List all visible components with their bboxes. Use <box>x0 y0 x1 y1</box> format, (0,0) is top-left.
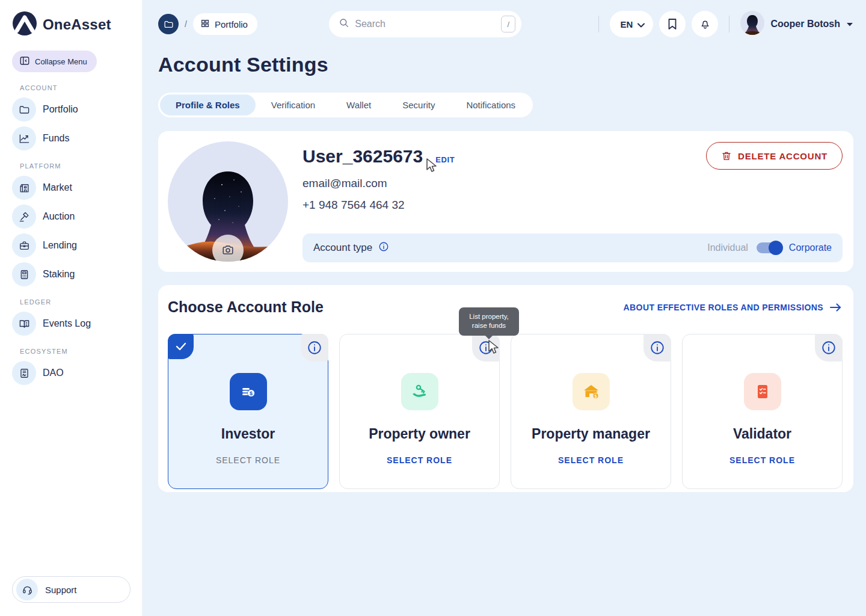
account-type-label: Account type <box>313 242 372 254</box>
change-photo-button[interactable] <box>212 235 244 266</box>
house-dollar-icon: $ <box>573 373 610 410</box>
book-icon <box>12 312 36 336</box>
delete-account-button[interactable]: DELETE ACCOUNT <box>706 142 843 170</box>
select-role-button[interactable]: SELECT ROLE <box>558 455 624 465</box>
toggle-knob <box>769 241 783 255</box>
calculator-icon <box>12 262 36 286</box>
tab-security[interactable]: Security <box>387 94 450 116</box>
role-tooltip: List property, raise funds <box>459 307 519 336</box>
check-icon <box>176 342 186 351</box>
sidebar: OneAsset Collapse Menu ACCOUNT Portfolio <box>0 0 143 616</box>
role-name: Investor <box>221 426 275 442</box>
about-roles-link[interactable]: ABOUT EFFECTIVE ROLES AND PERMISSIONS <box>624 303 841 312</box>
svg-text:$: $ <box>249 390 252 396</box>
info-icon <box>821 340 837 356</box>
selected-check-badge <box>168 334 194 359</box>
headset-icon <box>16 579 38 600</box>
collapse-menu-label: Collapse Menu <box>35 57 87 66</box>
info-icon <box>650 340 665 356</box>
role-card-validator[interactable]: Validator SELECT ROLE <box>682 334 843 489</box>
role-card-investor[interactable]: $ Investor SELECT ROLE <box>168 334 328 489</box>
sidebar-item-portfolio[interactable]: Portfolio <box>12 97 130 122</box>
svg-text:$: $ <box>594 394 597 399</box>
sidebar-item-staking[interactable]: Staking <box>12 262 130 286</box>
support-button[interactable]: Support <box>12 576 131 603</box>
select-role-button[interactable]: SELECT ROLE <box>387 455 452 465</box>
avatar <box>740 11 764 37</box>
sidebar-item-label: Lending <box>43 240 77 251</box>
trash-icon <box>721 150 732 161</box>
user-name: Cooper Botosh <box>770 19 840 29</box>
brand-name: OneAsset <box>43 16 111 33</box>
sidebar-item-label: Funds <box>43 133 69 144</box>
sidebar-item-auction[interactable]: Auction <box>12 205 130 229</box>
role-info-button[interactable] <box>643 334 671 362</box>
role-card-property-manager[interactable]: $ Property manager SELECT ROLE <box>511 334 671 489</box>
edit-profile-button[interactable]: EDIT <box>435 155 455 164</box>
chevron-down-icon <box>637 19 645 29</box>
role-card-property-owner[interactable]: Property owner SELECT ROLE <box>339 334 500 489</box>
tooltip-line2: raise funds <box>462 321 515 330</box>
account-type-bar: Account type Individual Corporate <box>302 233 843 262</box>
sidebar-item-events-log[interactable]: Events Log <box>12 312 130 336</box>
gavel-icon <box>12 205 36 229</box>
section-label-ecosystem: ECOSYSTEM <box>20 348 130 355</box>
brand-logo: OneAsset <box>12 11 130 38</box>
role-name: Property manager <box>532 426 650 442</box>
topbar: / Portfolio / <box>158 11 853 37</box>
support-label: Support <box>45 585 77 595</box>
role-info-button[interactable] <box>301 334 328 362</box>
tab-wallet[interactable]: Wallet <box>331 94 387 116</box>
hand-key-icon <box>401 373 438 410</box>
sidebar-item-label: Events Log <box>43 318 91 329</box>
search-shortcut-badge: / <box>501 16 515 32</box>
profile-card: User_3625673 EDIT email@mail.com +1 948 … <box>158 131 853 272</box>
account-type-corporate-label: Corporate <box>789 242 832 253</box>
select-role-button[interactable]: SELECT ROLE <box>729 455 795 465</box>
main-content: / Portfolio / <box>143 0 866 616</box>
sidebar-item-funds[interactable]: Funds <box>12 126 130 150</box>
collapse-menu-button[interactable]: Collapse Menu <box>12 51 97 72</box>
info-icon <box>307 340 322 356</box>
arrow-right-icon <box>829 303 841 312</box>
topbar-right: EN <box>594 11 853 37</box>
select-role-button[interactable]: SELECT ROLE <box>216 455 280 465</box>
info-icon <box>478 340 494 356</box>
grid-icon <box>200 19 210 30</box>
profile-phone: +1 948 7564 464 32 <box>302 199 843 212</box>
search-input[interactable] <box>355 19 496 29</box>
search-area: / <box>329 11 521 37</box>
user-menu[interactable]: Cooper Botosh <box>740 11 853 37</box>
breadcrumb-separator: / <box>185 19 187 29</box>
oneasset-logo-icon <box>12 11 37 38</box>
chevron-down-icon <box>846 19 853 29</box>
tab-notifications[interactable]: Notifications <box>450 94 531 116</box>
sidebar-item-lending[interactable]: Lending <box>12 233 130 257</box>
search-box[interactable]: / <box>329 11 521 37</box>
account-type-toggle[interactable] <box>757 242 781 253</box>
sidebar-item-dao[interactable]: DAO <box>12 361 130 385</box>
sidebar-item-label: Staking <box>43 269 75 280</box>
role-info-button[interactable] <box>815 334 843 362</box>
folder-icon <box>12 97 36 122</box>
page-title: Account Settings <box>158 53 853 76</box>
language-code: EN <box>621 19 633 29</box>
tab-verification[interactable]: Verification <box>256 94 331 116</box>
bookmark-icon <box>667 18 678 30</box>
account-type-individual-label: Individual <box>707 242 748 253</box>
info-icon[interactable] <box>378 241 389 254</box>
tooltip-line1: List property, <box>462 312 515 321</box>
bookmark-button[interactable] <box>659 11 686 37</box>
profile-avatar <box>168 141 288 262</box>
breadcrumb: / Portfolio <box>158 13 257 35</box>
delete-account-label: DELETE ACCOUNT <box>738 151 828 161</box>
breadcrumb-item-portfolio[interactable]: Portfolio <box>193 13 257 35</box>
section-label-platform: PLATFORM <box>20 162 130 170</box>
search-icon <box>339 17 349 31</box>
tab-profile-roles[interactable]: Profile & Roles <box>160 94 256 116</box>
notifications-button[interactable] <box>692 11 718 37</box>
language-selector[interactable]: EN <box>610 11 654 37</box>
sidebar-item-label: Auction <box>43 211 75 222</box>
sidebar-item-market[interactable]: Market <box>12 176 130 200</box>
breadcrumb-home-folder-icon[interactable] <box>158 14 179 34</box>
